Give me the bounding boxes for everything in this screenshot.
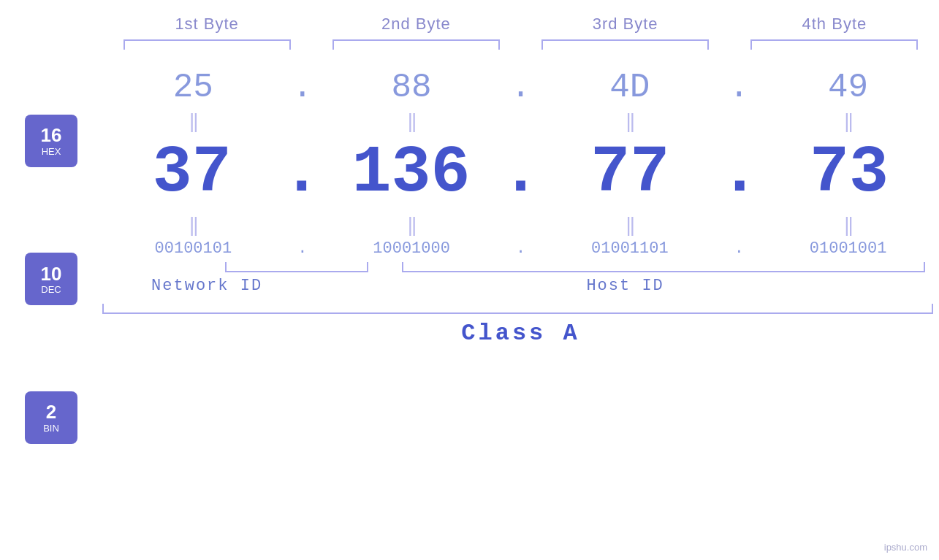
bin-b2-cell: 10001000 <box>321 239 503 258</box>
dec-b4: 73 <box>810 136 889 210</box>
hex-badge-number: 16 <box>41 125 62 146</box>
bracket-4 <box>750 39 918 50</box>
equals-7: || <box>539 213 721 237</box>
bracket-cell-3 <box>521 39 730 50</box>
dec-b1-cell: 37 <box>102 136 282 210</box>
dec-b1: 37 <box>153 136 232 210</box>
id-labels-row: Network ID Host ID <box>102 277 939 295</box>
equals-1: || <box>102 110 284 133</box>
bin-dot-2: . <box>503 239 539 258</box>
network-id-label-cell: Network ID <box>102 277 311 295</box>
bracket-3 <box>541 39 709 50</box>
net-bracket-line <box>225 262 368 272</box>
bin-b1: 00100101 <box>155 239 232 258</box>
equals-8: || <box>757 213 939 237</box>
hex-b3: 4D <box>609 69 650 107</box>
host-id-label: Host ID <box>586 277 664 295</box>
bin-badge-number: 2 <box>46 402 56 423</box>
bin-dot-1: . <box>284 239 321 258</box>
values-column: 25 . 88 . 4D . 49 <box>102 57 939 560</box>
hex-b4: 49 <box>828 69 868 107</box>
equals-2: || <box>321 110 503 133</box>
top-bracket-row <box>0 39 939 50</box>
bin-b3: 01001101 <box>591 239 669 258</box>
byte1-label: 1st Byte <box>102 15 311 34</box>
hex-dot-3: . <box>721 69 757 107</box>
content-area: 16 HEX 10 DEC 2 BIN 25 . <box>0 57 939 560</box>
host-bracket-section <box>388 262 939 272</box>
hex-row: 25 . 88 . 4D . 49 <box>102 69 939 107</box>
equals-row-2: || || || || <box>102 213 939 237</box>
badges-column: 16 HEX 10 DEC 2 BIN <box>0 57 102 560</box>
dec-dot-2: . <box>501 136 540 210</box>
host-bracket-line <box>402 262 925 272</box>
dec-b3-cell: 77 <box>541 136 721 210</box>
class-label: Class A <box>461 320 579 347</box>
dec-dot-3: . <box>720 136 759 210</box>
hex-b2: 88 <box>392 69 432 107</box>
bin-b1-cell: 00100101 <box>102 239 284 258</box>
hex-badge: 16 HEX <box>25 115 77 167</box>
equals-5: || <box>102 213 284 237</box>
dec-badge: 10 DEC <box>25 253 77 305</box>
bin-badge: 2 BIN <box>25 391 77 444</box>
network-id-label: Network ID <box>151 277 262 295</box>
dec-b2-cell: 136 <box>322 136 501 210</box>
watermark: ipshu.com <box>884 542 927 553</box>
class-section: Class A <box>102 304 939 347</box>
dec-dot-1: . <box>282 136 322 210</box>
bracket-2 <box>332 39 500 50</box>
bin-dot-3: . <box>721 239 757 258</box>
byte2-label: 2nd Byte <box>311 15 520 34</box>
hex-dot-2: . <box>503 69 539 107</box>
bin-b2: 10001000 <box>373 239 450 258</box>
bracket-cell-2 <box>311 39 520 50</box>
class-bracket <box>102 304 933 314</box>
hex-b3-cell: 4D <box>539 69 721 107</box>
byte-labels-row: 1st Byte 2nd Byte 3rd Byte 4th Byte <box>0 15 939 34</box>
hex-b1-cell: 25 <box>102 69 284 107</box>
bracket-1 <box>123 39 291 50</box>
bin-b4-cell: 01001001 <box>757 239 939 258</box>
hex-dot-1: . <box>284 69 321 107</box>
hex-b1: 25 <box>173 69 213 107</box>
dec-b4-cell: 73 <box>759 136 939 210</box>
bin-row: 00100101 . 10001000 . 01001101 . <box>102 239 939 258</box>
class-label-row: Class A <box>102 320 939 347</box>
bin-b3-cell: 01001101 <box>539 239 721 258</box>
dec-b3: 77 <box>590 136 669 210</box>
equals-3: || <box>539 110 721 133</box>
hex-b4-cell: 49 <box>757 69 939 107</box>
bracket-cell-1 <box>102 39 311 50</box>
bracket-cell-4 <box>730 39 939 50</box>
main-container: 1st Byte 2nd Byte 3rd Byte 4th Byte 16 H… <box>0 0 939 560</box>
bottom-bracket-row <box>102 262 939 272</box>
net-bracket-section <box>205 262 388 272</box>
hex-b2-cell: 88 <box>321 69 503 107</box>
dec-b2: 136 <box>352 136 471 210</box>
host-id-label-cell: Host ID <box>311 277 939 295</box>
equals-4: || <box>757 110 939 133</box>
dec-row: 37 . 136 . 77 . 73 <box>102 136 939 210</box>
bin-b4: 01001001 <box>810 239 887 258</box>
byte3-label: 3rd Byte <box>521 15 730 34</box>
byte4-label: 4th Byte <box>730 15 939 34</box>
dec-badge-label: DEC <box>41 284 61 295</box>
equals-6: || <box>321 213 503 237</box>
hex-badge-label: HEX <box>42 146 61 157</box>
bin-badge-label: BIN <box>43 423 59 434</box>
dec-badge-number: 10 <box>41 264 62 285</box>
equals-row-1: || || || || <box>102 110 939 133</box>
